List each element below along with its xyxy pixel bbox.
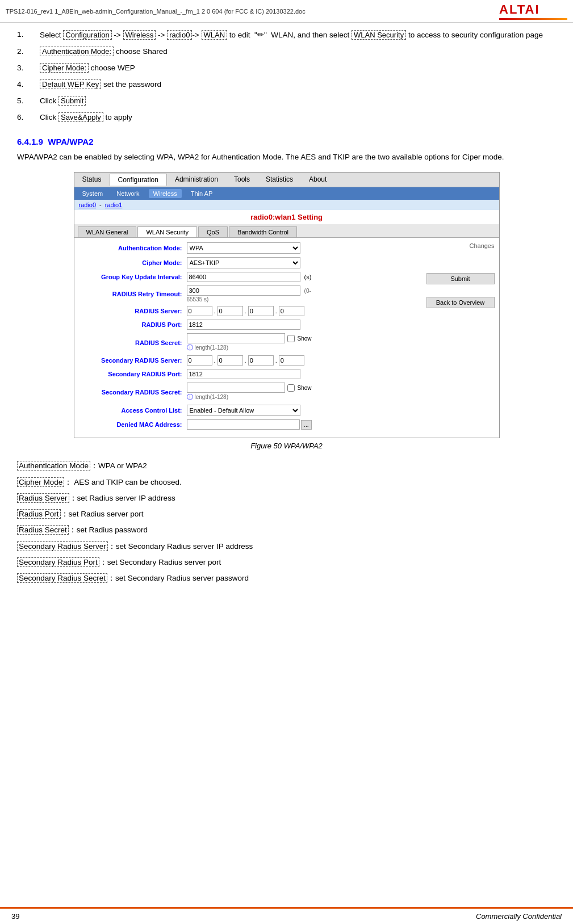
desc-auth-mode-text: ：WPA or WPA2 xyxy=(90,461,147,470)
step-num-6: 6. xyxy=(17,111,40,124)
tab-wlan-security[interactable]: WLAN Security xyxy=(137,226,197,237)
radius-server-octet2[interactable] xyxy=(218,306,243,316)
step-6: 6. Click Save&Apply to apply xyxy=(17,111,556,124)
radius-server-label: RADIUS Server: xyxy=(79,308,187,314)
auth-mode-control: WPA WPA2 xyxy=(187,242,312,254)
sec-radius-secret-show-checkbox[interactable] xyxy=(287,384,295,392)
toolbar-network[interactable]: Network xyxy=(112,189,144,198)
ip-sep-2: . xyxy=(245,308,246,314)
ui-sidebar: Changes Submit Back to Overview xyxy=(421,242,495,433)
radius-server-octet3[interactable] xyxy=(248,306,274,316)
sec-ip-sep-1: . xyxy=(214,357,216,364)
ref-save-apply-btn: Save&Apply xyxy=(58,112,103,122)
step-1: 1. Select Configuration -> Wireless -> r… xyxy=(17,28,556,42)
group-key-unit: (s) xyxy=(304,274,312,280)
sec-radius-server-octet2[interactable] xyxy=(218,355,243,366)
breadcrumb-sep: - xyxy=(99,201,102,208)
sec-ip-sep-2: . xyxy=(245,357,246,364)
ref-default-wep-key: Default WEP Key xyxy=(40,79,101,89)
desc-cipher-mode-label: Cipher Mode xyxy=(17,477,64,487)
ui-screenshot: Status Configuration Administration Tool… xyxy=(74,172,500,438)
desc-radius-port-label: Radius Port xyxy=(17,509,61,519)
logo-text: ALTAI xyxy=(499,2,567,17)
ref-configuration: Configuration xyxy=(63,30,111,40)
breadcrumb-radio0[interactable]: radio0 xyxy=(79,201,97,208)
step-5: 5. Click Submit xyxy=(17,95,556,108)
tab-bandwidth-control[interactable]: Bandwidth Control xyxy=(229,226,297,237)
desc-radius-secret-text: ：set Radius password xyxy=(69,526,148,534)
back-to-overview-button[interactable]: Back to Overview xyxy=(426,297,495,308)
desc-sec-radius-server-label: Secondary Radius Server xyxy=(17,541,108,551)
radius-server-octet4[interactable] xyxy=(279,306,304,316)
sec-radius-secret-hint: length(1-128) xyxy=(195,394,228,400)
desc-cipher-mode-text: ： AES and TKIP can be choosed. xyxy=(64,478,181,486)
logo-underline xyxy=(499,18,567,20)
sec-radius-secret-control: Show ⓘ length(1-128) xyxy=(187,383,312,401)
menu-status[interactable]: Status xyxy=(74,174,110,186)
denied-mac-control: ... xyxy=(187,419,312,430)
logo-area: ALTAI xyxy=(499,2,567,20)
denied-mac-browse-btn[interactable]: ... xyxy=(301,420,311,430)
desc-radius-port: Radius Port：set Radius server port xyxy=(17,507,556,521)
desc-radius-server-text: ：set Radius server IP address xyxy=(69,494,175,502)
sec-radius-server-octet1[interactable] xyxy=(187,355,212,366)
menu-administration[interactable]: Administration xyxy=(167,174,226,186)
doc-title: TPS12-016_rev1 1_A8Ein_web-admin_Configu… xyxy=(6,8,306,15)
radius-server-octet1[interactable] xyxy=(187,306,212,316)
menu-statistics[interactable]: Statistics xyxy=(258,174,301,186)
acl-row: Access Control List: Enabled - Default A… xyxy=(79,405,421,416)
step-num-4: 4. xyxy=(17,78,40,91)
figure-caption: Figure 50 WPA/WPA2 xyxy=(17,442,556,450)
main-content: 1. Select Configuration -> Wireless -> r… xyxy=(0,23,573,605)
auth-mode-select[interactable]: WPA WPA2 xyxy=(187,242,300,254)
radius-secret-show-checkbox[interactable] xyxy=(287,335,295,342)
menu-about[interactable]: About xyxy=(301,174,334,186)
menu-tools[interactable]: Tools xyxy=(226,174,258,186)
sec-radius-server-label: Secondary RADIUS Server: xyxy=(79,357,187,364)
sec-radius-server-octet3[interactable] xyxy=(248,355,274,366)
desc-sec-radius-port-text: ：set Secondary Radius server port xyxy=(99,558,221,566)
radius-secret-label: RADIUS Secret: xyxy=(79,339,187,346)
sec-radius-secret-input[interactable] xyxy=(187,383,286,393)
sec-radius-port-label: Secondary RADIUS Port: xyxy=(79,371,187,377)
ref-auth-mode: Authentication Mode: xyxy=(40,47,114,56)
group-key-input[interactable] xyxy=(187,272,300,282)
ref-wlan: WLAN xyxy=(202,30,228,40)
menu-configuration[interactable]: Configuration xyxy=(110,174,167,186)
tab-wlan-general[interactable]: WLAN General xyxy=(78,226,137,237)
sec-radius-secret-show-label: Show xyxy=(297,385,311,391)
step-3-text: Cipher Mode: choose WEP xyxy=(40,62,556,75)
step-1-text: Select Configuration -> Wireless -> radi… xyxy=(40,28,556,42)
document-header: TPS12-016_rev1 1_A8Ein_web-admin_Configu… xyxy=(0,0,573,23)
sec-radius-server-octet4[interactable] xyxy=(279,355,304,366)
breadcrumb-radio1[interactable]: radio1 xyxy=(105,201,123,208)
group-key-control: (s) xyxy=(187,272,312,282)
steps-list: 1. Select Configuration -> Wireless -> r… xyxy=(17,28,556,124)
cipher-mode-select[interactable]: AES+TKIP AES TKIP xyxy=(187,257,300,268)
radius-retry-input[interactable] xyxy=(187,285,300,296)
radius-secret-input[interactable] xyxy=(187,333,286,343)
submit-button[interactable]: Submit xyxy=(426,273,495,284)
page-title: radio0:wlan1 Setting xyxy=(74,210,499,224)
sec-radius-secret-row: Secondary RADIUS Secret: Show ⓘ length(1… xyxy=(79,383,421,401)
radius-port-input[interactable] xyxy=(187,320,300,330)
sec-radius-port-input[interactable] xyxy=(187,369,300,379)
step-num-5: 5. xyxy=(17,95,40,108)
desc-sec-radius-secret: Secondary Radius Secret：set Secondary Ra… xyxy=(17,572,556,585)
sec-radius-server-control: . . . xyxy=(187,355,312,366)
desc-auth-mode-label: Authentication Mode xyxy=(17,461,90,471)
acl-select[interactable]: Enabled - Default Allow Disabled xyxy=(187,405,300,416)
step-num-2: 2. xyxy=(17,45,40,58)
ip-sep-1: . xyxy=(214,308,216,314)
toolbar-thin-ap[interactable]: Thin AP xyxy=(186,189,218,198)
desc-cipher-mode: Cipher Mode： AES and TKIP can be choosed… xyxy=(17,476,556,489)
tab-qos[interactable]: QoS xyxy=(198,226,228,237)
ref-cipher-mode: Cipher Mode: xyxy=(40,63,89,73)
denied-mac-input[interactable] xyxy=(187,419,300,430)
step-num-3: 3. xyxy=(17,62,40,75)
radius-server-row: RADIUS Server: . . . xyxy=(79,306,421,316)
ref-radio0: radio0 xyxy=(167,30,192,40)
cipher-mode-row: Cipher Mode: AES+TKIP AES TKIP xyxy=(79,257,421,268)
toolbar-wireless[interactable]: Wireless xyxy=(149,189,182,198)
toolbar-system[interactable]: System xyxy=(78,189,108,198)
